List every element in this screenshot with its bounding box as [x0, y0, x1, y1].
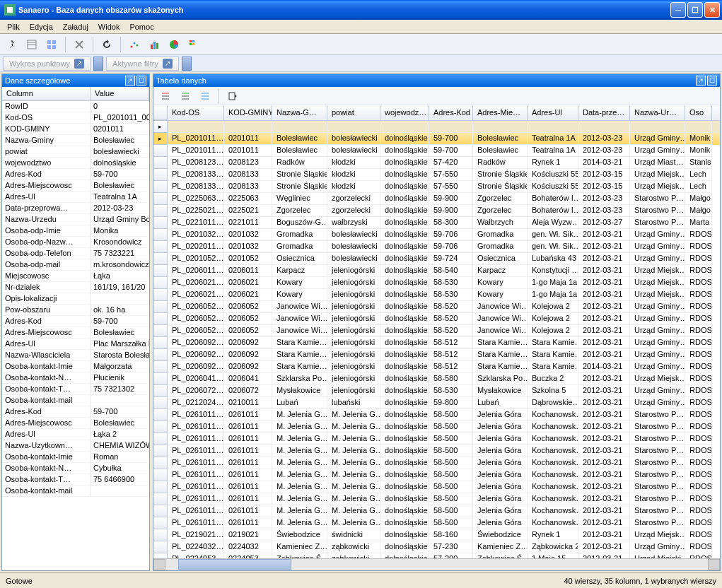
row-header[interactable] — [153, 169, 168, 181]
panel-pin-icon[interactable]: ↗ — [696, 76, 706, 86]
row-header[interactable] — [153, 445, 168, 457]
row-header[interactable] — [153, 145, 168, 157]
table-row[interactable]: PL_0206072…0206072Mysłakowicejeleniogórs… — [153, 385, 720, 397]
table-row[interactable]: PL_0208123…0208123Radkówkłodzkidolnośląs… — [153, 157, 720, 169]
detail-row[interactable]: Osoba-odp-mailm.krosondowicz… — [2, 259, 149, 271]
close-filter-icon[interactable]: ↗ — [163, 59, 173, 69]
row-header[interactable] — [153, 505, 168, 517]
row-header[interactable] — [153, 421, 168, 433]
detail-row[interactable]: Osoba-kontakt-ImieMałgorzata — [2, 361, 149, 372]
list-add-icon[interactable] — [177, 88, 193, 104]
menu-edycja[interactable]: Edycja — [25, 21, 57, 33]
grid-filter-cell[interactable] — [578, 121, 630, 133]
table-row[interactable]: PL_0206092…0206092Stara Kamie…jeleniogór… — [153, 361, 720, 373]
table-row[interactable]: PL_0224032…0224032Kamieniec Z…ząbkowicki… — [153, 541, 720, 553]
detail-row[interactable]: KOD-GMINY0201011 — [2, 124, 149, 135]
detail-row[interactable]: Data-przeprowa…2012-03-23 — [2, 203, 149, 214]
detail-row[interactable]: Osoba-kontakt-ImieRoman — [2, 452, 149, 463]
detail-row[interactable]: Adres-Kod59-700 — [2, 169, 149, 180]
row-header[interactable] — [153, 385, 168, 397]
grid-filter-cell[interactable] — [685, 121, 712, 133]
refresh-icon[interactable] — [99, 37, 115, 52]
detail-row[interactable]: powiatbolesławiecki — [2, 146, 149, 158]
aktywne-filtry-button[interactable]: Aktywne filtry↗ — [106, 57, 179, 71]
grid-filter-cell[interactable] — [272, 121, 327, 133]
table-row[interactable]: PL_0208133…0208133Stronie Śląskiekłodzki… — [153, 181, 720, 193]
grid-filter-cell[interactable] — [224, 121, 272, 133]
table-row[interactable]: PL_0206021…0206021Kowaryjeleniogórskidol… — [153, 277, 720, 289]
table-row[interactable]: PL_0206021…0206021Kowaryjeleniogórskidol… — [153, 289, 720, 301]
table-row[interactable]: PL_0261011…0261011M. Jelenia G…M. Jeleni… — [153, 469, 720, 481]
details-body[interactable]: RowID0Kod-OSPL_0201011_001KOD-GMINY02010… — [2, 101, 149, 570]
row-header[interactable] — [153, 241, 168, 253]
horizontal-scrollbar[interactable] — [153, 558, 720, 570]
row-header[interactable] — [153, 181, 168, 193]
col-column[interactable]: Column — [2, 87, 91, 100]
detail-row[interactable]: Adres-UlŁąka 2 — [2, 429, 149, 440]
grid-col-header[interactable]: KOD-GMINY — [224, 105, 272, 120]
detail-row[interactable]: Adres-MiejscowoscBolesławiec — [2, 327, 149, 339]
detail-row[interactable]: Osoba-kontakt-N…Cybułka — [2, 463, 149, 474]
table-row[interactable]: PL_0224053…0224053Ząbkowice Ś…ząbkowicki… — [153, 553, 720, 558]
filter-dropdown-1[interactable] — [93, 57, 103, 71]
crossed-tools-icon[interactable] — [71, 37, 87, 52]
close-filter-icon[interactable]: ↗ — [74, 59, 84, 69]
grid-col-header[interactable]: Data-prze… — [578, 105, 630, 120]
table-row[interactable]: ▸PL_0201011…0201011Bolesławiecbolesławie… — [153, 133, 720, 145]
close-button[interactable]: ✕ — [704, 2, 720, 18]
detail-row[interactable]: RowID0 — [2, 101, 149, 112]
detail-row[interactable]: Nazwa-GminyBolesławiec — [2, 135, 149, 146]
grid-filter-cell[interactable] — [429, 121, 473, 133]
detail-row[interactable]: Osoba-kontakt-mail — [2, 395, 149, 406]
grid-col-header[interactable]: Adres-Kod — [429, 105, 473, 120]
row-header[interactable] — [153, 529, 168, 541]
table-row[interactable]: PL_0206052…0206052Janowice Wi…jeleniogór… — [153, 325, 720, 337]
menu-plik[interactable]: Plik — [3, 21, 24, 33]
grid-col-header[interactable]: Nazwa-Ur… — [630, 105, 685, 120]
row-header[interactable] — [153, 457, 168, 469]
table-row[interactable]: PL_0261011…0261011M. Jelenia G…M. Jeleni… — [153, 445, 720, 457]
row-header[interactable] — [153, 433, 168, 445]
grid-col-header[interactable]: Adres-Ul — [528, 105, 578, 120]
row-header[interactable] — [153, 349, 168, 361]
filter-dropdown-2[interactable] — [182, 57, 192, 71]
row-header[interactable] — [153, 253, 168, 265]
menu-zaladuj[interactable]: Załaduj — [59, 21, 93, 33]
scroll-left-icon[interactable] — [153, 559, 165, 570]
grid-filter-cell[interactable] — [528, 121, 578, 133]
table-row[interactable]: PL_0206052…0206052Janowice Wi…jeleniogór… — [153, 301, 720, 313]
table-row[interactable]: PL_0206041…0206041Szklarska Po…jeleniogó… — [153, 373, 720, 385]
detail-row[interactable]: Adres-Kod59-700 — [2, 406, 149, 418]
tiles-icon[interactable] — [44, 37, 59, 52]
row-header[interactable] — [153, 229, 168, 241]
detail-row[interactable]: Nr-dzialek161/19, 161/20 — [2, 282, 149, 293]
panel-max-icon[interactable]: ☐ — [136, 76, 146, 86]
chart-pie-icon[interactable] — [166, 37, 182, 52]
maximize-button[interactable]: ☐ — [687, 2, 703, 18]
row-header[interactable] — [153, 361, 168, 373]
row-header[interactable] — [153, 469, 168, 481]
table-row[interactable]: PL_0206092…0206092Stara Kamie…jeleniogór… — [153, 337, 720, 349]
row-header[interactable] — [153, 301, 168, 313]
row-header[interactable] — [153, 517, 168, 529]
table-row[interactable]: PL_0261011…0261011M. Jelenia G…M. Jeleni… — [153, 505, 720, 517]
grid-col-header[interactable]: powiat — [327, 105, 380, 120]
row-header[interactable] — [153, 205, 168, 217]
row-header[interactable] — [153, 265, 168, 277]
row-header[interactable]: ▸ — [153, 133, 168, 145]
table-row[interactable]: PL_0261011…0261011M. Jelenia G…M. Jeleni… — [153, 421, 720, 433]
detail-row[interactable]: Adres-MiejscowoscBolesławiec — [2, 418, 149, 429]
scroll-right-icon[interactable] — [708, 559, 720, 570]
detail-row[interactable]: Nazwa-WlascicielaStarosta Bolesła… — [2, 350, 149, 361]
detail-row[interactable]: Adres-MiejscowoscBolesławiec — [2, 180, 149, 192]
detail-row[interactable]: Osoba-kontakt-N…Płucienik — [2, 372, 149, 384]
detail-row[interactable]: Pow-obszaruok. 16 ha — [2, 305, 149, 316]
row-header[interactable] — [153, 553, 168, 558]
row-header[interactable] — [153, 277, 168, 289]
row-header[interactable] — [153, 289, 168, 301]
export-icon[interactable] — [225, 88, 240, 104]
detail-row[interactable]: Osoba-odp-ImieMonika — [2, 225, 149, 237]
table-row[interactable]: PL_0261011…0261011M. Jelenia G…M. Jeleni… — [153, 457, 720, 469]
detail-row[interactable]: Kod-OSPL_0201011_001 — [2, 112, 149, 124]
table-row[interactable]: PL_0201011…0201011Bolesławiecbolesławiec… — [153, 145, 720, 157]
